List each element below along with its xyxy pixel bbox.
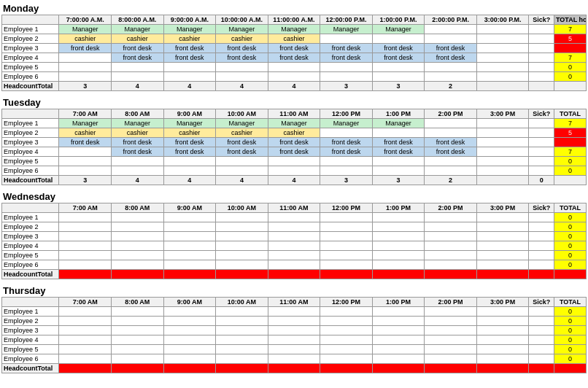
cell-emp3-slot7 [425,241,477,251]
headcount-cell-0 [59,364,112,373]
col-header-time-8: 3:00 PM [476,203,529,213]
cell-emp3-slot2 [163,335,216,345]
col-header-name [2,298,59,307]
cell-emp3-slot7: front desk [425,53,477,63]
cell-emp5-slot3 [216,166,268,176]
employee-name-0: Employee 1 [2,213,59,222]
cell-emp0-slot5: Manager [320,119,373,128]
headcount-cell-1 [112,270,164,279]
col-header-time-9: Sick? [529,15,554,25]
cell-emp3-slot8 [476,335,529,345]
cell-emp3-slot10: 7 [554,53,587,63]
day-title-thursday: Thursday [1,284,587,297]
col-header-time-0: 7:00 AM [59,109,112,119]
cell-emp3-slot10: 0 [554,335,587,345]
cell-emp0-slot6 [372,307,425,317]
cell-emp5-slot6 [372,166,425,176]
cell-emp4-slot3 [216,345,268,354]
cell-emp1-slot0 [59,317,112,326]
col-header-time-9: Sick? [529,109,554,119]
cell-emp4-slot5 [320,251,373,260]
cell-emp4-slot0 [59,157,112,166]
cell-emp5-slot8 [476,260,529,270]
headcount-cell-0: 3 [59,176,112,185]
cell-emp5-slot3 [216,260,268,270]
cell-emp5-slot9 [529,354,554,364]
col-header-time-4: 11:00 AM [268,109,320,119]
cell-emp2-slot2: front desk [163,44,216,53]
headcount-cell-4 [268,364,320,373]
cell-emp5-slot0 [59,166,112,176]
day-section-monday: Monday7:00:00 A.M.8:00:00 A.M.9:00:00 A.… [1,1,587,91]
cell-emp3-slot3: front desk [216,53,268,63]
col-header-time-1: 8:00 AM [112,203,164,213]
cell-emp4-slot4 [268,63,320,72]
cell-emp5-slot1 [112,354,164,364]
day-title-tuesday: Tuesday [1,96,587,109]
cell-emp4-slot2 [163,345,216,354]
cell-emp2-slot2 [163,326,216,335]
cell-emp2-slot5 [320,326,373,335]
cell-emp4-slot7 [425,251,477,260]
cell-emp3-slot1 [112,335,164,345]
employee-row-4: Employee 50 [2,251,587,260]
cell-emp2-slot7: front desk [425,138,477,147]
cell-emp4-slot10: 0 [554,157,587,166]
headcount-cell-9 [529,364,554,373]
cell-emp2-slot8 [476,232,529,241]
day-title-monday: Monday [1,1,587,15]
col-header-time-2: 9:00 AM [163,298,216,307]
cell-emp1-slot10: 0 [554,222,587,232]
employee-name-4: Employee 5 [2,251,59,260]
day-title-wednesday: Wednesday [1,190,587,203]
headcount-cell-5 [320,364,373,373]
cell-emp2-slot1 [112,232,164,241]
col-header-name [2,203,59,213]
employee-row-0: Employee 1ManagerManagerManagerManagerMa… [2,119,587,128]
cell-emp4-slot2 [163,251,216,260]
col-header-time-1: 8:00 AM [112,109,164,119]
cell-emp4-slot6 [372,251,425,260]
cell-emp0-slot3 [216,307,268,317]
cell-emp1-slot9 [529,317,554,326]
cell-emp1-slot4: cashier [268,128,320,138]
employee-name-5: Employee 6 [2,72,59,82]
cell-emp0-slot3: Manager [216,25,268,34]
cell-emp4-slot4 [268,157,320,166]
cell-emp2-slot9 [529,138,554,147]
cell-emp4-slot8 [476,157,529,166]
cell-emp3-slot6: front desk [372,147,425,157]
cell-emp5-slot4 [268,72,320,82]
cell-emp1-slot2 [163,222,216,232]
cell-emp2-slot1 [112,326,164,335]
employee-name-5: Employee 6 [2,166,59,176]
cell-emp2-slot4: front desk [268,138,320,147]
cell-emp0-slot5 [320,213,373,222]
cell-emp0-slot9 [529,119,554,128]
cell-emp5-slot7 [425,260,477,270]
col-header-time-10: TOTAL [554,298,587,307]
headcount-cell-2 [163,364,216,373]
cell-emp2-slot3: front desk [216,44,268,53]
cell-emp3-slot7: front desk [425,147,477,157]
cell-emp2-slot0: front desk [59,44,112,53]
cell-emp4-slot5 [320,345,373,354]
cell-emp4-slot9 [529,345,554,354]
cell-emp4-slot3 [216,251,268,260]
cell-emp0-slot4 [268,213,320,222]
cell-emp1-slot0 [59,222,112,232]
cell-emp2-slot0: front desk [59,138,112,147]
employee-name-0: Employee 1 [2,25,59,34]
employee-row-2: Employee 30 [2,326,587,335]
cell-emp4-slot9 [529,251,554,260]
cell-emp2-slot3: front desk [216,138,268,147]
cell-emp0-slot0 [59,307,112,317]
cell-emp3-slot3 [216,241,268,251]
cell-emp5-slot10: 0 [554,166,587,176]
col-header-time-5: 12:00:00 P.M. [320,15,373,25]
employee-name-2: Employee 3 [2,232,59,241]
cell-emp2-slot7 [425,232,477,241]
cell-emp0-slot6: Manager [372,25,425,34]
col-header-time-0: 7:00:00 A.M. [59,15,112,25]
cell-emp3-slot6 [372,335,425,345]
